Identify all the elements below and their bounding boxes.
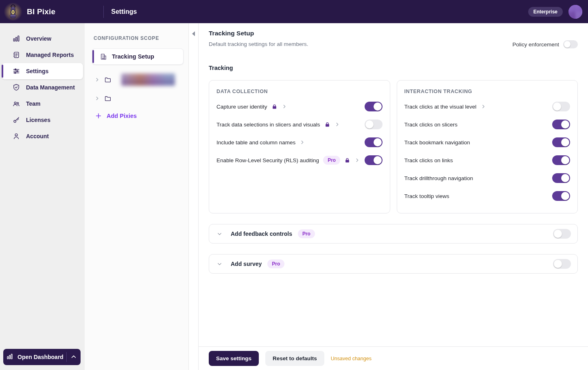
chevron-right-icon[interactable] xyxy=(282,104,287,109)
add-pixies-button[interactable]: Add Pixies xyxy=(94,113,137,119)
toggle-track-clicks-on-slicers[interactable] xyxy=(552,120,570,129)
chevron-right-icon[interactable] xyxy=(354,157,360,163)
key-icon xyxy=(12,116,20,124)
settings-card-interaction-tracking: INTERACTION TRACKINGTrack clicks at the … xyxy=(397,80,578,213)
reset-to-defaults-button[interactable]: Reset to defaults xyxy=(265,351,324,366)
setting-label: Track clicks on slicers xyxy=(404,122,458,128)
people-icon xyxy=(12,100,20,108)
card-title: INTERACTION TRACKING xyxy=(404,89,571,94)
sidebar-item-label: Team xyxy=(26,100,41,107)
setting-label: Track bookmark navigation xyxy=(404,139,470,146)
folder-icon xyxy=(104,95,111,102)
folder-icon xyxy=(104,76,111,83)
section-subtitle: Default tracking settings for all member… xyxy=(209,41,308,47)
chevron-down-icon[interactable] xyxy=(216,231,223,237)
building-icon xyxy=(100,53,107,60)
sidebar-item-label: Licenses xyxy=(26,117,50,123)
sidebar-item-data-management[interactable]: Data Management xyxy=(2,79,83,96)
setting-label: Track tooltip views xyxy=(404,193,450,199)
sidebar-item-label: Settings xyxy=(26,68,48,74)
footer-action-bar: Save settings Reset to defaults Unsaved … xyxy=(199,346,588,370)
unsaved-changes-status: Unsaved changes xyxy=(331,356,372,361)
configuration-scope-panel: CONFIGURATION SCOPE Tracking Setup Add P… xyxy=(85,23,189,370)
expander-add-survey[interactable]: Add surveyPro xyxy=(209,254,578,274)
toggle-track-data-selections-in-slicers-and-visuals[interactable] xyxy=(365,120,383,129)
open-dashboard-button[interactable]: Open Dashboard xyxy=(3,349,81,365)
sidebar-item-team[interactable]: Team xyxy=(2,96,83,112)
save-settings-button[interactable]: Save settings xyxy=(209,351,259,366)
configuration-scope-heading: CONFIGURATION SCOPE xyxy=(94,35,184,41)
pro-badge: Pro xyxy=(298,229,315,238)
sidebar-item-label: Overview xyxy=(26,35,51,42)
header-divider xyxy=(103,6,104,18)
sliders-icon xyxy=(12,67,20,75)
setting-label: Track drillthrough navigation xyxy=(404,175,473,181)
setting-row: Track drillthrough navigation xyxy=(404,169,571,187)
toggle-track-tooltip-views[interactable] xyxy=(552,191,570,201)
user-avatar[interactable] xyxy=(568,5,582,19)
setting-label: Track clicks on links xyxy=(404,157,453,163)
pro-badge: Pro xyxy=(267,259,284,268)
chevron-right-icon[interactable] xyxy=(299,139,305,145)
toggle-capture-user-identity[interactable] xyxy=(365,102,383,111)
plus-icon xyxy=(95,113,102,119)
lantern-logo-icon xyxy=(7,4,19,20)
toggle-track-drillthrough-navigation[interactable] xyxy=(552,173,570,183)
page-title: Settings xyxy=(111,8,137,15)
scope-item-label: Tracking Setup xyxy=(112,53,154,60)
settings-card-data-collection: DATA COLLECTIONCapture user identityTrac… xyxy=(209,80,390,213)
lock-icon xyxy=(344,157,350,163)
sidebar: OverviewManaged ReportsSettingsData Mana… xyxy=(0,23,85,370)
pixie-folder-item[interactable] xyxy=(94,95,184,102)
chevron-right-icon[interactable] xyxy=(334,122,340,127)
setting-row: Track clicks on links xyxy=(404,151,571,169)
toggle-add-survey[interactable] xyxy=(553,259,571,269)
brand-name: BI Pixie xyxy=(27,7,55,16)
policy-enforcement-label: Policy enforcement xyxy=(512,41,559,48)
bar-chart-icon xyxy=(12,35,20,43)
setting-label: Enable Row-Level Security (RLS) auditing xyxy=(216,157,319,163)
setting-row: Include table and column names xyxy=(216,133,383,151)
toggle-track-clicks-on-links[interactable] xyxy=(552,155,570,165)
toggle-track-clicks-at-the-visual-level[interactable] xyxy=(552,102,570,111)
sidebar-item-settings[interactable]: Settings xyxy=(2,63,83,79)
sidebar-item-label: Account xyxy=(26,133,49,139)
collapse-panel-icon[interactable] xyxy=(192,31,195,36)
chevron-right-icon xyxy=(94,77,100,83)
shield-check-icon xyxy=(12,83,20,91)
section-title: Tracking Setup xyxy=(209,30,308,37)
chevron-down-icon[interactable] xyxy=(216,261,223,267)
policy-enforcement-toggle[interactable] xyxy=(563,40,578,48)
panel-gutter xyxy=(189,23,199,370)
chevron-up-icon[interactable] xyxy=(67,353,81,361)
pro-badge: Pro xyxy=(323,156,340,165)
tracking-section-label: Tracking xyxy=(209,65,578,71)
setting-label: Capture user identity xyxy=(216,104,267,110)
setting-row: Track bookmark navigation xyxy=(404,133,571,151)
lock-icon xyxy=(271,104,278,110)
add-pixies-label: Add Pixies xyxy=(107,113,137,119)
chevron-right-icon[interactable] xyxy=(481,104,486,109)
toggle-add-feedback-controls[interactable] xyxy=(553,229,571,239)
report-icon xyxy=(12,51,20,59)
sidebar-item-account[interactable]: Account xyxy=(2,128,83,144)
person-icon xyxy=(12,132,20,140)
setting-row: Track clicks at the visual level xyxy=(404,98,571,115)
redacted-folder-name xyxy=(121,74,175,86)
toggle-track-bookmark-navigation[interactable] xyxy=(552,137,570,147)
lock-icon xyxy=(324,122,330,128)
scope-item-tracking-setup[interactable]: Tracking Setup xyxy=(92,48,184,65)
setting-row: Capture user identity xyxy=(216,98,383,115)
toggle-enable-row-level-security-rls-auditing[interactable] xyxy=(365,155,383,165)
pixie-folder-item[interactable] xyxy=(94,74,184,86)
sidebar-item-managed-reports[interactable]: Managed Reports xyxy=(2,47,83,63)
card-title: DATA COLLECTION xyxy=(216,89,383,94)
sidebar-item-licenses[interactable]: Licenses xyxy=(2,112,83,128)
toggle-include-table-and-column-names[interactable] xyxy=(365,137,383,147)
app-logo xyxy=(0,4,26,20)
setting-row: Track tooltip views xyxy=(404,187,571,205)
setting-row: Track clicks on slicers xyxy=(404,115,571,133)
expander-label: Add feedback controls xyxy=(231,231,292,237)
sidebar-item-overview[interactable]: Overview xyxy=(2,30,83,47)
expander-add-feedback-controls[interactable]: Add feedback controlsPro xyxy=(209,224,578,244)
